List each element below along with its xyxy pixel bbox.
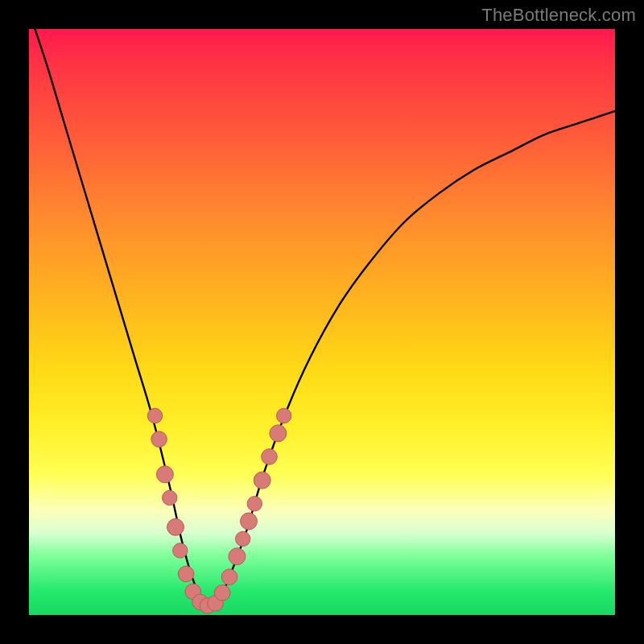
curve-marker: [214, 585, 230, 601]
curve-marker: [270, 425, 287, 442]
curve-marker: [173, 543, 188, 558]
curve-marker: [236, 531, 250, 546]
curve-marker: [178, 566, 194, 582]
curve-marker: [229, 548, 246, 565]
curve-marker: [167, 518, 184, 535]
curve-marker: [262, 449, 278, 465]
curve-marker: [163, 490, 177, 505]
curve-marker: [241, 513, 258, 530]
curve-marker: [147, 408, 162, 423]
watermark-text: TheBottleneck.com: [481, 5, 636, 26]
curve-marker: [247, 497, 262, 511]
curve-marker: [151, 431, 167, 448]
curve-markers: [29, 29, 615, 615]
curve-marker: [156, 466, 173, 483]
curve-marker: [221, 569, 237, 585]
chart-frame: TheBottleneck.com: [0, 0, 644, 644]
curve-marker: [277, 408, 291, 423]
plot-area: [29, 29, 615, 615]
curve-marker: [254, 472, 270, 489]
